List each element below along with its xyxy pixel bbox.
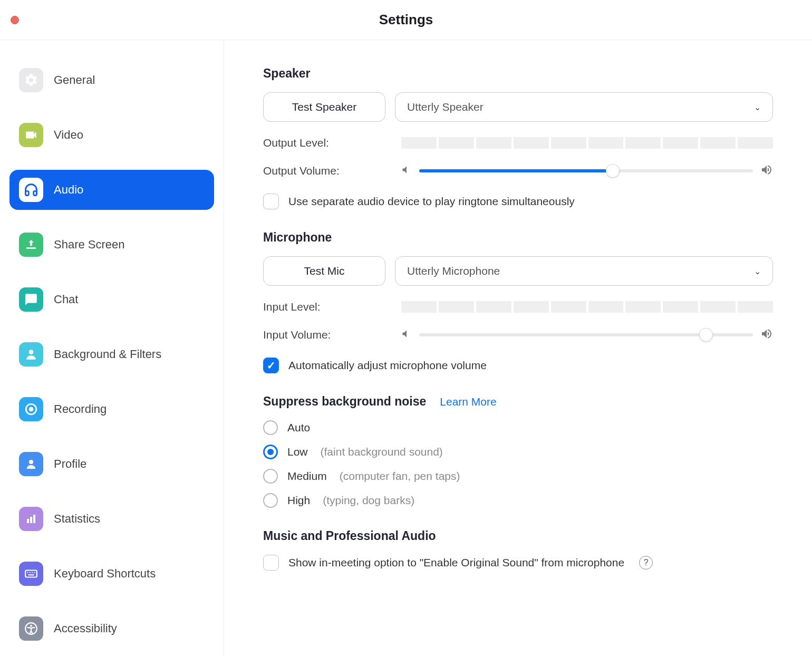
sidebar-item-video[interactable]: Video <box>9 115 214 155</box>
suppress-medium-label: Medium <box>287 470 327 483</box>
suppress-auto-radio[interactable] <box>263 420 278 435</box>
output-volume-thumb[interactable] <box>606 164 620 178</box>
svg-point-12 <box>34 572 35 573</box>
svg-point-9 <box>27 572 28 573</box>
input-volume-slider[interactable] <box>419 327 753 343</box>
sidebar-item-share-screen[interactable]: Share Screen <box>9 225 214 265</box>
suppress-high-hint: (typing, dog barks) <box>323 494 414 507</box>
suppress-high-radio[interactable] <box>263 493 278 508</box>
content-area: Speaker Test Speaker Utterly Speaker ⌄ O… <box>224 40 812 656</box>
share-screen-icon <box>19 233 43 257</box>
input-level-meter <box>401 301 773 313</box>
speaker-heading: Speaker <box>263 66 773 81</box>
sidebar-item-general[interactable]: General <box>9 60 214 100</box>
output-level-label: Output Level: <box>263 137 401 149</box>
video-icon <box>19 123 43 147</box>
svg-rect-8 <box>25 571 37 577</box>
sidebar-item-accessibility[interactable]: Accessibility <box>9 609 214 649</box>
sidebar-item-label: Accessibility <box>54 622 117 635</box>
sidebar-item-profile[interactable]: Profile <box>9 444 214 484</box>
accessibility-icon <box>19 616 43 641</box>
chevron-down-icon: ⌄ <box>754 102 761 112</box>
speaker-low-icon <box>401 165 412 178</box>
suppress-noise-heading: Suppress background noise <box>263 394 426 409</box>
sidebar: General Video Audio Share Screen Chat <box>0 40 224 656</box>
speaker-low-icon <box>401 329 412 342</box>
show-original-sound-label: Show in-meeting option to "Enable Origin… <box>288 556 624 569</box>
svg-rect-7 <box>33 515 35 523</box>
suppress-low-label: Low <box>287 446 308 458</box>
speaker-device-select[interactable]: Utterly Speaker ⌄ <box>395 92 773 122</box>
auto-adjust-mic-label: Automatically adjust microphone volume <box>288 359 487 372</box>
sidebar-item-background-filters[interactable]: Background & Filters <box>9 334 214 374</box>
output-volume-fill <box>419 169 613 172</box>
separate-ringtone-checkbox[interactable] <box>263 194 279 209</box>
chevron-down-icon: ⌄ <box>754 266 761 276</box>
statistics-icon <box>19 507 43 531</box>
suppress-medium-radio[interactable] <box>263 469 278 484</box>
separate-ringtone-label: Use separate audio device to play ringto… <box>288 195 575 208</box>
svg-point-10 <box>30 572 31 573</box>
sidebar-item-label: Chat <box>54 293 78 306</box>
body: General Video Audio Share Screen Chat <box>0 40 812 656</box>
keyboard-icon <box>19 562 43 586</box>
input-volume-thumb[interactable] <box>699 328 713 342</box>
svg-rect-13 <box>28 574 34 575</box>
sidebar-item-label: Keyboard Shortcuts <box>54 567 156 581</box>
suppress-medium-hint: (computer fan, pen taps) <box>340 470 460 483</box>
svg-point-3 <box>29 407 34 412</box>
svg-point-1 <box>29 350 34 354</box>
music-pro-audio-heading: Music and Professional Audio <box>263 529 773 543</box>
sidebar-item-audio[interactable]: Audio <box>9 170 214 210</box>
suppress-low-radio[interactable] <box>263 445 278 459</box>
sidebar-item-chat[interactable]: Chat <box>9 279 214 320</box>
svg-point-11 <box>32 572 33 573</box>
sidebar-item-keyboard-shortcuts[interactable]: Keyboard Shortcuts <box>9 554 214 594</box>
sidebar-item-statistics[interactable]: Statistics <box>9 499 214 539</box>
svg-rect-5 <box>27 519 29 523</box>
svg-rect-0 <box>26 247 36 249</box>
background-filters-icon <box>19 342 43 366</box>
output-volume-slider[interactable] <box>419 163 753 179</box>
show-original-sound-checkbox[interactable] <box>263 555 279 571</box>
microphone-heading: Microphone <box>263 230 773 245</box>
input-level-label: Input Level: <box>263 301 401 313</box>
sidebar-item-label: Share Screen <box>54 238 125 252</box>
gear-icon <box>19 68 43 92</box>
recording-icon <box>19 397 43 421</box>
learn-more-link[interactable]: Learn More <box>440 395 496 408</box>
sidebar-item-label: Audio <box>54 183 83 197</box>
speaker-high-icon <box>760 327 773 343</box>
suppress-high-label: High <box>287 494 310 507</box>
svg-point-15 <box>30 625 32 627</box>
auto-adjust-mic-checkbox[interactable] <box>263 358 279 373</box>
sidebar-item-label: Recording <box>54 402 107 416</box>
sidebar-item-recording[interactable]: Recording <box>9 389 214 429</box>
output-volume-label: Output Volume: <box>263 165 401 177</box>
mic-device-select[interactable]: Utterly Microphone ⌄ <box>395 256 773 286</box>
sidebar-item-label: Video <box>54 128 83 142</box>
output-level-meter <box>401 137 773 149</box>
suppress-low-hint: (faint background sound) <box>321 446 443 458</box>
headphones-icon <box>19 178 43 202</box>
help-icon[interactable]: ? <box>639 556 653 570</box>
sidebar-item-label: Profile <box>54 457 86 471</box>
profile-icon <box>19 452 43 476</box>
sidebar-item-label: General <box>54 73 95 87</box>
sidebar-item-label: Background & Filters <box>54 348 161 361</box>
svg-point-4 <box>29 460 33 464</box>
test-speaker-button[interactable]: Test Speaker <box>263 92 385 122</box>
mic-device-value: Utterly Microphone <box>407 265 500 277</box>
speaker-high-icon <box>760 163 773 179</box>
window-title: Settings <box>0 12 812 28</box>
svg-rect-6 <box>30 517 32 523</box>
suppress-auto-label: Auto <box>287 421 310 434</box>
speaker-device-value: Utterly Speaker <box>407 101 484 113</box>
sidebar-item-label: Statistics <box>54 512 100 526</box>
chat-icon <box>19 287 43 312</box>
test-mic-button[interactable]: Test Mic <box>263 256 385 286</box>
titlebar: Settings <box>0 0 812 40</box>
input-volume-label: Input Volume: <box>263 329 401 341</box>
